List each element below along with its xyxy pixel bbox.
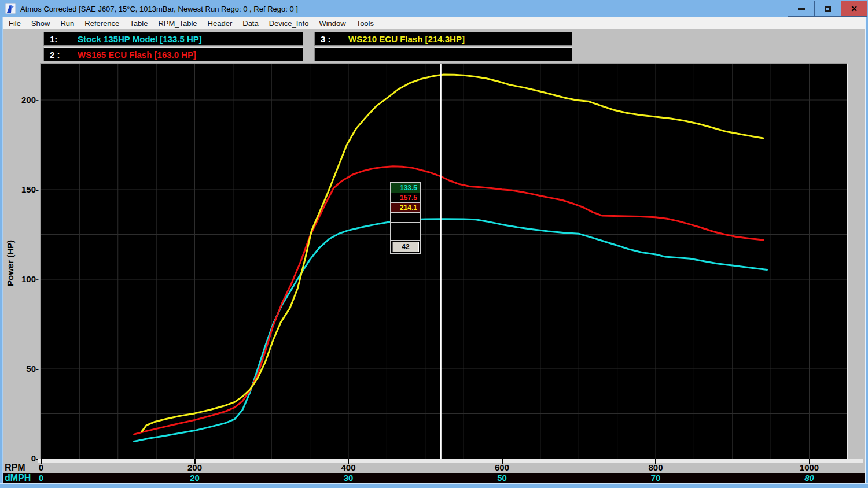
y-axis-title: Power (HP) (5, 228, 17, 298)
close-button[interactable]: ✕ (841, 1, 867, 17)
menu-item-rpm_table[interactable]: RPM_Table (153, 18, 202, 29)
window-border-left (0, 17, 3, 488)
y-tick-label: 150- (10, 184, 39, 194)
legend-run-label: WS210 ECU Flash [214.3HP] (348, 34, 465, 44)
legend-run-number: 2 : (44, 50, 78, 60)
speed-tick-label: 30 (331, 473, 366, 483)
readout-run1: 133.5 (391, 183, 420, 193)
legend-slot-3[interactable]: 3 :WS210 ECU Flash [214.3HP] (314, 32, 572, 46)
readout-speed: 42 (392, 242, 419, 252)
window-border-bottom (0, 483, 868, 488)
legend-run-label: Stock 135HP Model [133.5 HP] (78, 34, 202, 44)
menu-item-file[interactable]: File (3, 18, 26, 29)
power-curve-1 (134, 219, 767, 442)
menu-item-tools[interactable]: Tools (351, 18, 379, 29)
legend-run-number: 1: (44, 34, 78, 44)
minimize-icon (798, 8, 805, 10)
readout-empty-row (391, 213, 420, 223)
menubar: FileShowRunReferenceTableRPM_TableHeader… (0, 17, 868, 29)
power-curve-3 (142, 75, 763, 432)
x-axis-title: RPM (5, 463, 25, 473)
y-tick-label: 50- (10, 364, 39, 374)
menu-item-show[interactable]: Show (26, 18, 56, 29)
power-curve-2 (134, 167, 763, 434)
legend-slot-1[interactable]: 1:Stock 135HP Model [133.5 HP] (43, 32, 303, 46)
legend-run-label: WS165 ECU Flash [163.0 HP] (78, 50, 196, 60)
x-tick-label: 600 (485, 463, 520, 472)
titlebar: Atmos Corrected [SAE J607, 15°C, 1013mBa… (0, 0, 868, 17)
menu-item-data[interactable]: Data (237, 18, 263, 29)
menu-item-run[interactable]: Run (55, 18, 79, 29)
dyno-chart (41, 64, 847, 459)
y-tick-label: 0- (10, 453, 39, 463)
x-tick-label: 0 (24, 463, 58, 472)
speed-axis-row: dMPH 02030507080 (3, 473, 865, 483)
maximize-icon (825, 6, 831, 12)
x-tick-label: 800 (638, 463, 673, 472)
menu-item-reference[interactable]: Reference (79, 18, 124, 29)
readout-run2: 157.5 (391, 193, 420, 203)
menu-item-window[interactable]: Window (314, 18, 351, 29)
legend-slot-4[interactable] (314, 47, 572, 61)
cursor-readout-box: 133.5 157.5 214.1 42 (390, 182, 421, 254)
menu-item-table[interactable]: Table (124, 18, 153, 29)
speed-tick-label: 0 (24, 473, 58, 483)
readout-run3: 214.1 (391, 203, 420, 213)
menu-item-header[interactable]: Header (203, 18, 238, 29)
speed-tick-label: 50 (485, 473, 520, 483)
x-tick-label: 200 (178, 463, 212, 472)
app-window: Atmos Corrected [SAE J607, 15°C, 1013mBa… (0, 0, 868, 488)
legend-run-number: 3 : (315, 34, 348, 44)
minimize-button[interactable] (788, 1, 814, 17)
x-tick-label: 400 (331, 463, 366, 472)
x-tick-label: 1000 (792, 463, 827, 472)
plot-area[interactable]: 133.5 157.5 214.1 42 (40, 63, 848, 460)
x-axis-strip[interactable] (38, 459, 863, 463)
app-icon (5, 3, 16, 14)
speed-tick-label: 70 (638, 473, 673, 483)
y-tick-label: 200- (10, 95, 39, 105)
window-title: Atmos Corrected [SAE J607, 15°C, 1013mBa… (20, 5, 298, 13)
readout-empty-row (391, 223, 420, 241)
menu-item-device_info[interactable]: Device_Info (264, 18, 314, 29)
window-border-right (865, 17, 868, 488)
maximize-button[interactable] (814, 1, 841, 17)
speed-tick-label: 20 (178, 473, 212, 483)
close-icon: ✕ (851, 4, 858, 13)
legend-slot-2[interactable]: 2 :WS165 ECU Flash [163.0 HP] (43, 47, 303, 61)
speed-tick-label: 80 (792, 473, 827, 483)
